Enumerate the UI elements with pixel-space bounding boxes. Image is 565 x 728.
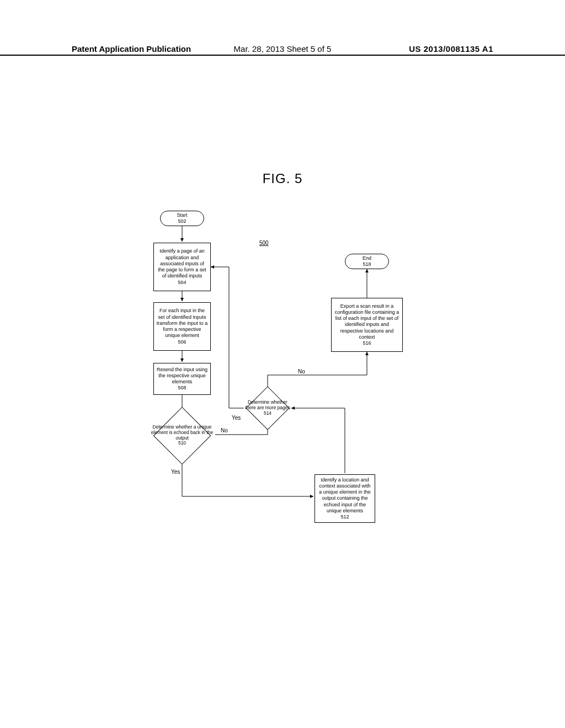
decision-510-text: Determine whether a unique element is ec… (151, 424, 213, 441)
flowchart-end: End 518 (345, 254, 389, 269)
flowchart-diagram: 500 Start 502 End 518 Identify a page of… (149, 210, 430, 535)
end-label: End (363, 255, 371, 261)
flowchart-step-504: Identify a page of an application and as… (153, 243, 211, 291)
edge-label-510-no: No (221, 427, 228, 433)
step-512-text: Identify a location and context associat… (317, 477, 372, 515)
flowchart-step-516: Export a scan result in a configuration … (331, 298, 403, 352)
decision-514-text: Determine whether there are more pages (245, 399, 290, 410)
header-sheet-info: Mar. 28, 2013 Sheet 5 of 5 (234, 44, 332, 53)
page-header: Patent Application Publication Mar. 28, … (0, 44, 565, 57)
step-506-text: For each input in the set of identified … (156, 308, 208, 339)
figure-reference-number: 500 (259, 240, 269, 246)
step-516-number: 516 (363, 340, 371, 346)
flowchart-step-506: For each input in the set of identified … (153, 302, 211, 351)
start-label: Start (177, 212, 187, 218)
step-504-text: Identify a page of an application and as… (156, 248, 208, 279)
flowchart-start: Start 502 (160, 211, 204, 226)
end-number: 518 (363, 261, 371, 267)
flowchart-decision-510: Determine whether a unique element is ec… (149, 413, 215, 459)
decision-510-number: 510 (178, 441, 186, 446)
decision-514-number: 514 (264, 410, 271, 416)
step-516-text: Export a scan result in a configuration … (334, 303, 400, 341)
edge-label-514-no: No (298, 368, 305, 374)
edge-label-514-yes: Yes (232, 415, 241, 421)
flowchart-step-512: Identify a location and context associat… (315, 474, 375, 523)
figure-title: FIG. 5 (0, 171, 565, 186)
step-508-text: Resend the input using the respective un… (156, 367, 208, 386)
start-number: 502 (178, 218, 186, 224)
step-508-number: 508 (178, 385, 186, 391)
edge-label-510-yes: Yes (171, 469, 180, 475)
header-patent-number: US 2013/0081135 A1 (409, 44, 493, 53)
step-506-number: 506 (178, 339, 186, 345)
flowchart-decision-514: Determine whether there are more pages 5… (244, 390, 291, 426)
header-publication: Patent Application Publication (72, 44, 191, 53)
flowchart-step-508: Resend the input using the respective un… (153, 363, 211, 395)
step-504-number: 504 (178, 280, 186, 286)
step-512-number: 512 (340, 514, 349, 520)
